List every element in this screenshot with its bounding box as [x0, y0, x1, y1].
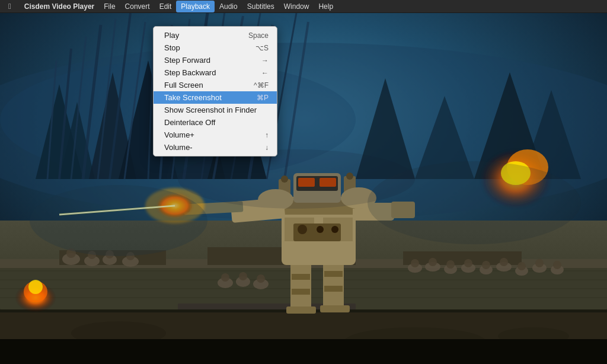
app-name[interactable]: Cisdem Video Player	[20, 1, 100, 12]
svg-rect-88	[320, 305, 350, 312]
svg-rect-87	[286, 306, 316, 314]
svg-point-62	[446, 260, 455, 269]
menu-item-play[interactable]: Play Space	[154, 29, 277, 41]
menu-item-play-label: Play	[164, 31, 179, 40]
svg-point-122	[30, 185, 207, 256]
video-frame	[0, 13, 607, 364]
menu-subtitles[interactable]: Subtitles	[242, 1, 279, 12]
menu-window[interactable]: Window	[279, 1, 314, 12]
menu-item-stop-shortcut: ⌥S	[255, 44, 269, 52]
menu-item-stop-label: Stop	[164, 43, 180, 52]
svg-rect-125	[0, 339, 607, 364]
svg-point-60	[429, 258, 437, 266]
menu-edit[interactable]: Edit	[155, 1, 177, 12]
menu-item-step-backward-label: Step Backward	[164, 68, 216, 77]
menu-item-volume-up-shortcut: ↑	[265, 131, 269, 139]
svg-point-76	[221, 273, 229, 282]
svg-point-72	[535, 259, 544, 267]
svg-point-121	[28, 280, 43, 294]
menu-item-volume-up-label: Volume+	[164, 130, 194, 139]
svg-rect-84	[324, 271, 343, 277]
menu-item-step-backward-shortcut: ←	[261, 69, 269, 77]
menu-item-take-screenshot-shortcut: ⌘P	[257, 94, 269, 102]
menu-item-show-screenshot[interactable]: Show Screenshot in Finder	[154, 104, 277, 116]
svg-point-78	[239, 272, 247, 280]
menu-file[interactable]: File	[99, 1, 120, 12]
menu-item-fullscreen-shortcut: ^⌘F	[254, 81, 269, 90]
menu-item-step-backward[interactable]: Step Backward ←	[154, 66, 277, 79]
menu-item-fullscreen[interactable]: Full Screen ^⌘F	[154, 79, 277, 91]
menu-playback[interactable]: Playback	[176, 1, 215, 12]
svg-point-95	[317, 226, 324, 233]
menu-item-play-shortcut: Space	[248, 31, 269, 40]
svg-point-66	[482, 261, 490, 269]
svg-point-94	[298, 225, 307, 234]
menu-item-volume-up[interactable]: Volume+ ↑	[154, 129, 277, 141]
menu-help[interactable]: Help	[314, 1, 338, 12]
menu-item-volume-down[interactable]: Volume- ↓	[154, 141, 277, 154]
menu-item-take-screenshot-label: Take Screenshot	[164, 93, 222, 102]
menu-audio[interactable]: Audio	[215, 1, 242, 12]
menu-item-step-forward[interactable]: Step Forward →	[154, 54, 277, 66]
svg-point-70	[517, 262, 526, 270]
playback-dropdown-menu: Play Space Stop ⌥S Step Forward → Step B…	[153, 26, 277, 157]
svg-point-96	[331, 226, 338, 233]
svg-rect-82	[323, 259, 344, 309]
svg-point-74	[553, 261, 561, 269]
svg-rect-83	[292, 274, 310, 280]
menu-item-fullscreen-label: Full Screen	[164, 81, 203, 90]
svg-rect-86	[324, 286, 343, 292]
menu-item-deinterlace[interactable]: Deinterlace Off	[154, 116, 277, 129]
menu-convert[interactable]: Convert	[120, 1, 155, 12]
menu-item-step-forward-label: Step Forward	[164, 56, 210, 65]
svg-point-58	[411, 259, 419, 267]
svg-point-64	[464, 259, 472, 267]
video-area: Play Space Stop ⌥S Step Forward → Step B…	[0, 13, 607, 364]
svg-rect-81	[290, 262, 311, 309]
menu-item-step-forward-shortcut: →	[261, 56, 269, 65]
menu-item-volume-down-shortcut: ↓	[265, 143, 269, 152]
apple-menu[interactable]: 	[5, 2, 15, 11]
svg-point-80	[257, 274, 265, 283]
menu-item-stop[interactable]: Stop ⌥S	[154, 41, 277, 54]
menu-item-take-screenshot[interactable]: Take Screenshot ⌘P	[154, 91, 277, 104]
menu-item-deinterlace-label: Deinterlace Off	[164, 118, 215, 127]
svg-point-68	[500, 258, 508, 266]
svg-rect-85	[292, 289, 310, 295]
svg-point-124	[178, 149, 415, 209]
menu-item-volume-down-label: Volume-	[164, 143, 193, 152]
menu-item-show-screenshot-label: Show Screenshot in Finder	[164, 106, 257, 114]
menubar:  Cisdem Video Player File Convert Edit …	[0, 0, 607, 13]
